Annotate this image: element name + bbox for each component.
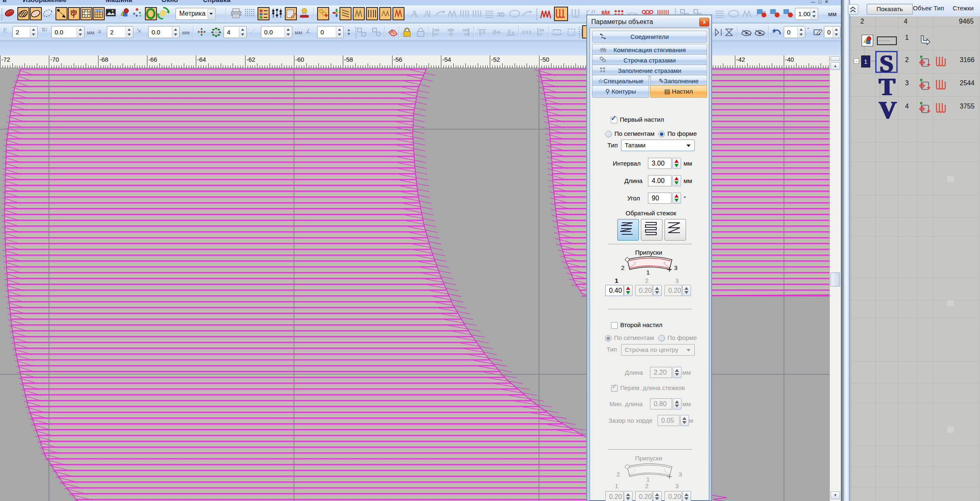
svg-text:3D: 3D — [497, 11, 505, 18]
svg-text:A: A — [411, 8, 418, 19]
